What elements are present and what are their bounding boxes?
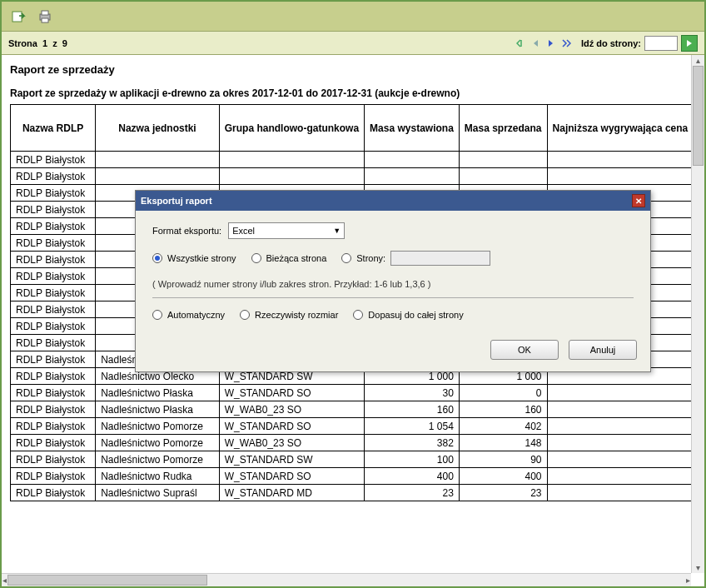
cell-masa-wyst: 400 <box>365 468 460 485</box>
radio-size-auto[interactable]: Automatyczny <box>152 310 225 320</box>
radio-all-pages[interactable]: Wszystkie strony <box>152 253 236 263</box>
cell-rdlp: RDLP Białystok <box>11 351 96 368</box>
cell-masa-sprz <box>459 152 547 168</box>
cancel-button[interactable]: Anuluj <box>569 340 637 360</box>
cell-grupa <box>219 168 364 185</box>
cell-masa-sprz: 0 <box>459 385 547 401</box>
table-row: RDLP BiałystokNadleśnictwo RudkaW_STANDA… <box>11 468 705 485</box>
cell-masa-wyst: 23 <box>365 485 460 501</box>
radio-size-real[interactable]: Rzeczywisty rozmiar <box>240 310 338 320</box>
dialog-titlebar[interactable]: Eksportuj raport ✕ <box>136 191 650 211</box>
scroll-thumb-x[interactable] <box>7 575 207 586</box>
cell-jednostka: Nadleśnictwo Pomorze <box>96 451 220 468</box>
cell-rdlp: RDLP Białystok <box>11 418 96 435</box>
cell-cena: 29 <box>547 401 704 418</box>
cell-jednostka <box>96 168 220 185</box>
col-masa-wyst: Masa wystawiona <box>365 105 460 152</box>
scroll-thumb-y[interactable] <box>693 66 704 166</box>
cell-rdlp: RDLP Białystok <box>11 185 96 202</box>
cell-jednostka: Nadleśnictwo Płaska <box>96 385 220 401</box>
scroll-left-icon[interactable]: ◂ <box>2 575 7 586</box>
svg-rect-3 <box>42 18 48 22</box>
cell-grupa <box>219 152 364 168</box>
cell-jednostka: Nadleśnictwo Supraśl <box>96 485 220 501</box>
ok-button[interactable]: OK <box>490 340 559 360</box>
cell-masa-wyst: 30 <box>365 385 460 401</box>
cell-grupa: W_STANDARD SO <box>219 468 364 485</box>
radio-icon <box>341 253 351 263</box>
radio-size-fit[interactable]: Dopasuj do całej strony <box>353 310 463 320</box>
cell-rdlp: RDLP Białystok <box>11 468 96 485</box>
format-select[interactable]: Excel ▼ <box>228 222 345 239</box>
first-page-icon[interactable] <box>515 37 527 49</box>
cell-rdlp: RDLP Białystok <box>11 268 96 285</box>
goto-page-input[interactable] <box>644 36 678 51</box>
export-dialog: Eksportuj raport ✕ Format eksportu: Exce… <box>135 190 651 372</box>
table-row: RDLP BiałystokNadleśnictwo PomorzeW_WAB0… <box>11 435 705 451</box>
pages-range-input[interactable] <box>390 251 490 266</box>
cell-masa-wyst: 100 <box>365 451 460 468</box>
cell-masa-sprz <box>459 168 547 185</box>
cell-masa-wyst: 160 <box>365 401 460 418</box>
cell-rdlp: RDLP Białystok <box>11 435 96 451</box>
cell-masa-wyst: 1 054 <box>365 418 460 435</box>
format-label: Format eksportu: <box>152 226 221 236</box>
radio-icon <box>240 310 250 320</box>
close-icon[interactable]: ✕ <box>632 194 645 207</box>
scroll-right-icon[interactable]: ▸ <box>685 575 691 586</box>
radio-icon <box>152 253 162 263</box>
cell-masa-wyst: 382 <box>365 435 460 451</box>
last-page-icon[interactable] <box>560 37 572 49</box>
cell-rdlp: RDLP Białystok <box>11 152 96 168</box>
cell-rdlp: RDLP Białystok <box>11 485 96 501</box>
pager-label: Strona <box>8 38 37 48</box>
prev-page-icon[interactable] <box>530 37 542 49</box>
cell-jednostka: Nadleśnictwo Pomorze <box>96 435 220 451</box>
radio-icon <box>353 310 363 320</box>
pager-sep: z <box>52 38 57 48</box>
scroll-up-icon[interactable]: ▴ <box>695 55 701 66</box>
radio-icon <box>152 310 162 320</box>
cell-cena: 2 <box>547 418 704 435</box>
cell-grupa: W_WAB0_23 SO <box>219 435 364 451</box>
print-icon[interactable] <box>37 8 53 25</box>
svg-rect-0 <box>12 12 22 22</box>
radio-pages-range[interactable]: Strony: <box>341 251 490 266</box>
table-row: RDLP Białystok2 <box>11 152 705 168</box>
cell-cena: 29 <box>547 435 704 451</box>
cell-cena: 2 <box>547 451 704 468</box>
cell-cena: 20 <box>547 485 704 501</box>
col-masa-sprz: Masa sprzedana <box>459 105 547 152</box>
radio-current-page[interactable]: Bieżąca strona <box>251 253 327 263</box>
pages-hint: ( Wprowadź numer strony i/lub zakres str… <box>152 279 634 289</box>
report-subtitle: Raport ze sprzedaży w aplikacji e-drewno… <box>10 87 704 99</box>
cell-masa-sprz: 400 <box>459 468 547 485</box>
pager-bar: Strona 1 z 9 Idź do strony: <box>2 32 704 55</box>
export-icon[interactable] <box>10 8 27 25</box>
goto-page-button[interactable] <box>681 35 698 52</box>
cell-cena: 2 <box>547 468 704 485</box>
cell-rdlp: RDLP Białystok <box>11 202 96 218</box>
col-rdlp: Nazwa RDLP <box>11 105 96 152</box>
cell-cena: 23 <box>547 168 704 185</box>
horizontal-scrollbar[interactable]: ◂ ▸ <box>2 573 691 586</box>
goto-label: Idź do strony: <box>581 38 641 48</box>
table-row: RDLP BiałystokNadleśnictwo PłaskaW_STAND… <box>11 385 705 401</box>
cell-rdlp: RDLP Białystok <box>11 335 96 351</box>
next-page-icon[interactable] <box>545 37 557 49</box>
format-value: Excel <box>232 226 255 236</box>
cell-jednostka <box>96 152 220 168</box>
cell-grupa: W_STANDARD SO <box>219 418 364 435</box>
col-jednostka: Nazwa jednostki <box>96 105 220 152</box>
cell-cena <box>547 385 704 401</box>
cell-rdlp: RDLP Białystok <box>11 385 96 401</box>
cell-masa-sprz: 23 <box>459 485 547 501</box>
cell-jednostka: Nadleśnictwo Pomorze <box>96 418 220 435</box>
vertical-scrollbar[interactable]: ▴ ▾ <box>691 55 704 573</box>
scroll-down-icon[interactable]: ▾ <box>695 562 701 573</box>
cell-grupa: W_STANDARD MD <box>219 485 364 501</box>
col-cena: Najniższa wygrywająca cena sort. repr. <box>547 105 704 152</box>
cell-rdlp: RDLP Białystok <box>11 285 96 301</box>
cell-masa-sprz: 402 <box>459 418 547 435</box>
cell-masa-wyst <box>365 168 460 185</box>
